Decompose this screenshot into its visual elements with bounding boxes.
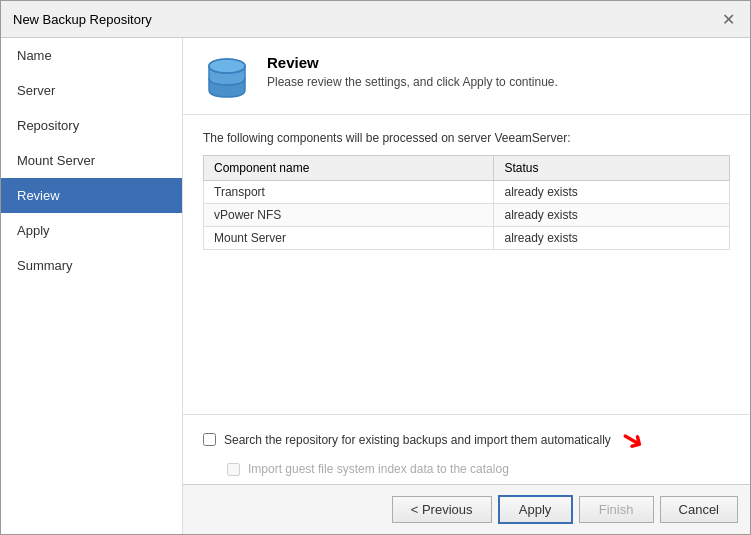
sidebar-item-summary[interactable]: Summary <box>1 248 182 283</box>
table-row: Transport already exists <box>204 181 730 204</box>
header-text: Review Please review the settings, and c… <box>267 54 558 89</box>
previous-button[interactable]: < Previous <box>392 496 492 523</box>
footer: < Previous Apply Finish Cancel <box>183 484 750 534</box>
cancel-button[interactable]: Cancel <box>660 496 738 523</box>
body-section: The following components will be process… <box>183 115 750 414</box>
dialog: New Backup Repository ✕ Name Server Repo… <box>0 0 751 535</box>
sidebar: Name Server Repository Mount Server Revi… <box>1 38 183 534</box>
components-table: Component name Status Transport already … <box>203 155 730 250</box>
component-status: already exists <box>494 181 730 204</box>
window-title: New Backup Repository <box>13 12 152 27</box>
component-name: vPower NFS <box>204 204 494 227</box>
component-status: already exists <box>494 204 730 227</box>
table-row: vPower NFS already exists <box>204 204 730 227</box>
table-row: Mount Server already exists <box>204 227 730 250</box>
component-name: Mount Server <box>204 227 494 250</box>
import-index-label: Import guest file system index data to t… <box>248 462 509 476</box>
col-header-status: Status <box>494 156 730 181</box>
title-bar: New Backup Repository ✕ <box>1 1 750 38</box>
component-status: already exists <box>494 227 730 250</box>
search-backups-label: Search the repository for existing backu… <box>224 433 611 447</box>
main-content: Review Please review the settings, and c… <box>183 38 750 534</box>
search-backups-row: Search the repository for existing backu… <box>203 423 730 456</box>
svg-point-1 <box>209 59 245 73</box>
sidebar-item-repository[interactable]: Repository <box>1 108 182 143</box>
search-backups-checkbox[interactable] <box>203 433 216 446</box>
import-index-checkbox[interactable] <box>227 463 240 476</box>
sidebar-item-mount-server[interactable]: Mount Server <box>1 143 182 178</box>
col-header-component: Component name <box>204 156 494 181</box>
page-title: Review <box>267 54 558 71</box>
sidebar-item-review[interactable]: Review <box>1 178 182 213</box>
import-index-row: Import guest file system index data to t… <box>227 462 730 476</box>
sidebar-item-server[interactable]: Server <box>1 73 182 108</box>
sidebar-item-apply[interactable]: Apply <box>1 213 182 248</box>
header-section: Review Please review the settings, and c… <box>183 38 750 115</box>
content-area: Name Server Repository Mount Server Revi… <box>1 38 750 534</box>
components-description: The following components will be process… <box>203 131 730 145</box>
sidebar-item-name[interactable]: Name <box>1 38 182 73</box>
checkbox-area: Search the repository for existing backu… <box>183 414 750 484</box>
finish-button[interactable]: Finish <box>579 496 654 523</box>
page-description: Please review the settings, and click Ap… <box>267 75 558 89</box>
database-icon <box>203 54 251 102</box>
apply-button[interactable]: Apply <box>498 495 573 524</box>
red-arrow-icon: ➜ <box>614 419 650 459</box>
close-button[interactable]: ✕ <box>718 9 738 29</box>
component-name: Transport <box>204 181 494 204</box>
